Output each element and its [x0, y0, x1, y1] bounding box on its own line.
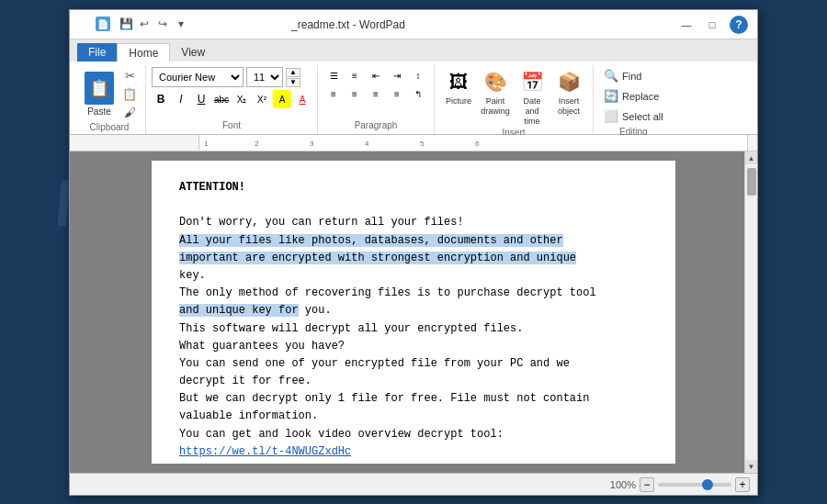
svg-text:5: 5: [420, 140, 425, 148]
datetime-label: Date andtime: [515, 96, 549, 126]
select-all-label: Select all: [622, 111, 663, 122]
picture-btn[interactable]: 🖼 Picture: [442, 67, 475, 106]
highlighted-text: All your files like photos, databases, d…: [179, 234, 576, 264]
qa-dropdown-btn[interactable]: ▾: [173, 16, 189, 32]
underline-btn[interactable]: U: [192, 90, 210, 108]
highlight-btn[interactable]: A: [273, 90, 291, 108]
paste-btn[interactable]: 📋 Paste: [81, 70, 118, 118]
find-icon: 🔍: [604, 69, 618, 83]
picture-label: Picture: [446, 96, 471, 106]
insert-object-icon: 📦: [554, 67, 583, 96]
subscript-btn[interactable]: X₂: [232, 90, 251, 108]
document-area[interactable]: ATTENTION! Don't worry, you can return a…: [70, 151, 757, 473]
format-painter-btn[interactable]: 🖌: [121, 104, 138, 120]
justify-btn[interactable]: ≡: [387, 85, 407, 102]
svg-text:6: 6: [475, 140, 480, 148]
para-row1: ☰ ≡ ⇤ ⇥ ↕: [323, 67, 428, 84]
minimize-btn[interactable]: —: [674, 16, 698, 34]
zoom-slider[interactable]: [658, 483, 731, 487]
url-link[interactable]: https://we.tl/t-4NWUGZxdHc: [179, 445, 351, 458]
statusbar: 100% − +: [70, 473, 757, 495]
select-all-btn[interactable]: ⬜ Select all: [601, 107, 666, 125]
scroll-down-btn[interactable]: ▼: [745, 460, 758, 473]
decrease-indent-btn[interactable]: ⇤: [366, 67, 386, 84]
replace-label: Replace: [622, 91, 659, 102]
editing-top: 🔍 Find 🔄 Replace ⬜ Select all: [601, 67, 666, 125]
replace-btn[interactable]: 🔄 Replace: [601, 87, 666, 105]
titlebar: 📄 💾 ↩ ↪ ▾ _readme.txt - WordPad — □ ✕ ?: [70, 10, 757, 39]
paint-icon: 🎨: [481, 67, 510, 96]
line-spacing-btn[interactable]: ↕: [408, 67, 428, 84]
font-size-btns: ▲ ▼: [286, 68, 300, 87]
zoom-out-btn[interactable]: −: [640, 477, 654, 492]
tab-view[interactable]: View: [170, 43, 216, 62]
font-label: Font: [222, 118, 241, 132]
wordpad-window: 📄 💾 ↩ ↪ ▾ _readme.txt - WordPad — □ ✕ ? …: [69, 9, 758, 496]
zoom-level: 100%: [610, 479, 636, 490]
editing-group: 🔍 Find 🔄 Replace ⬜ Select all Editing: [594, 65, 674, 134]
help-btn[interactable]: ?: [730, 16, 748, 34]
document-page[interactable]: ATTENTION! Don't worry, you can return a…: [152, 161, 675, 464]
app-icon: 📄: [96, 17, 110, 31]
insert-object-label: Insertobject: [558, 96, 580, 117]
tab-home[interactable]: Home: [117, 43, 170, 62]
datetime-icon: 📅: [517, 67, 547, 96]
bold-btn[interactable]: B: [152, 90, 170, 108]
clipboard-right: ✂ 📋 🖌: [121, 67, 138, 120]
list-bullets-btn[interactable]: ☰: [323, 67, 344, 84]
list-numbers-btn[interactable]: ≡: [345, 67, 365, 84]
font-row2: B I U abc X₂ X² A A: [152, 90, 312, 108]
align-left-btn[interactable]: ≡: [323, 85, 344, 102]
paint-label: Paintdrawing: [481, 96, 510, 117]
font-group: Courier New Arial Times New Roman 11 8 1…: [146, 65, 318, 134]
highlighted-text-2: and unique key for: [179, 304, 299, 317]
insert-object-btn[interactable]: 📦 Insertobject: [552, 67, 585, 117]
document-content[interactable]: ATTENTION! Don't worry, you can return a…: [179, 179, 648, 461]
maximize-btn[interactable]: □: [700, 16, 724, 34]
svg-text:2: 2: [255, 140, 259, 148]
picture-icon: 🖼: [444, 67, 473, 96]
increase-indent-btn[interactable]: ⇥: [387, 67, 407, 84]
vertical-scrollbar[interactable]: ▲ ▼: [744, 151, 757, 473]
align-center-btn[interactable]: ≡: [345, 85, 365, 102]
zoom-bar: 100% − +: [610, 477, 750, 492]
superscript-btn[interactable]: X²: [253, 90, 271, 108]
paragraph-group: ☰ ≡ ⇤ ⇥ ↕ ≡ ≡ ≡ ≡ ↰ Paragraph: [318, 65, 435, 134]
zoom-thumb[interactable]: [702, 479, 713, 490]
scroll-thumb[interactable]: [747, 168, 756, 196]
font-color-btn[interactable]: A: [293, 90, 312, 108]
align-right-btn[interactable]: ≡: [366, 85, 386, 102]
paint-btn[interactable]: 🎨 Paintdrawing: [479, 67, 512, 117]
clipboard-top: 📋 Paste ✂ 📋 🖌: [81, 67, 138, 120]
cut-btn[interactable]: ✂: [121, 67, 138, 84]
doc-line-1: Don't worry, you can return all your fil…: [179, 216, 596, 457]
replace-icon: 🔄: [604, 89, 618, 103]
ribbon: 📋 Paste ✂ 📋 🖌 Clipboard Courier New Aria…: [70, 62, 757, 135]
paragraph-label: Paragraph: [355, 118, 398, 132]
ruler: 1 2 3 4 5 6: [70, 135, 757, 151]
quick-access-toolbar: 📄 💾 ↩ ↪ ▾: [96, 16, 189, 32]
grow-font-btn[interactable]: ▲: [286, 68, 300, 77]
find-label: Find: [622, 71, 641, 82]
rtl-btn[interactable]: ↰: [408, 85, 428, 102]
font-row1: Courier New Arial Times New Roman 11 8 1…: [152, 67, 312, 87]
clipboard-group: 📋 Paste ✂ 📋 🖌 Clipboard: [74, 65, 146, 134]
strikethrough-btn[interactable]: abc: [212, 90, 231, 108]
ruler-inner: 1 2 3 4 5 6: [198, 135, 748, 151]
para-row2: ≡ ≡ ≡ ≡ ↰: [323, 85, 428, 102]
scroll-up-btn[interactable]: ▲: [745, 151, 758, 164]
zoom-in-btn[interactable]: +: [735, 477, 750, 492]
find-btn[interactable]: 🔍 Find: [601, 67, 666, 84]
tab-file[interactable]: File: [77, 43, 117, 62]
paste-icon: 📋: [85, 72, 114, 105]
italic-btn[interactable]: I: [172, 90, 190, 108]
datetime-btn[interactable]: 📅 Date andtime: [515, 67, 549, 126]
shrink-font-btn[interactable]: ▼: [286, 78, 300, 87]
font-name-select[interactable]: Courier New Arial Times New Roman: [152, 67, 244, 87]
undo-btn[interactable]: ↩: [136, 16, 153, 32]
save-quick-btn[interactable]: 💾: [118, 16, 134, 32]
clipboard-label: Clipboard: [90, 120, 130, 134]
font-size-select[interactable]: 11 8 10 12 14: [246, 67, 283, 87]
redo-btn[interactable]: ↪: [154, 16, 171, 32]
copy-btn[interactable]: 📋: [121, 85, 138, 102]
